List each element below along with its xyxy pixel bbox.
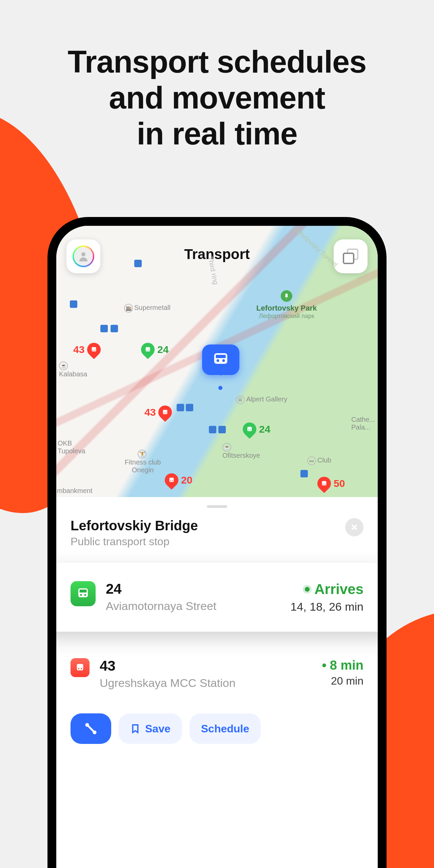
marketing-headline: Transport schedules and movement in real… [0, 0, 434, 152]
svg-rect-13 [170, 478, 174, 482]
selected-stop-dot [218, 386, 222, 390]
schedule-button[interactable]: Schedule [190, 713, 261, 744]
selected-stop-pin[interactable] [202, 344, 239, 375]
profile-button[interactable] [66, 239, 100, 273]
bottom-sheet[interactable]: Lefortovskiy Bridge Public transport sto… [56, 497, 378, 757]
map-canvas[interactable]: Transport Lefortovsky Park Лефортовский … [56, 226, 378, 497]
poi-onegin[interactable]: 🏋Fitness club Onegin [117, 450, 168, 474]
stop-subtitle: Public transport stop [71, 535, 198, 548]
svg-rect-10 [248, 427, 252, 431]
transit-stop-icon [134, 260, 142, 267]
svg-point-17 [323, 484, 324, 485]
svg-point-6 [148, 350, 149, 351]
close-button[interactable] [345, 518, 363, 536]
svg-point-20 [217, 359, 219, 362]
svg-point-29 [81, 668, 82, 669]
poi-okb[interactable]: OKB Tupoleva [58, 439, 98, 455]
headline-line-1: Transport schedules [0, 44, 434, 80]
svg-rect-24 [80, 590, 87, 593]
save-button[interactable]: Save [119, 713, 182, 744]
avatar-ring-icon [73, 245, 94, 267]
route-times: 14, 18, 26 min [291, 600, 363, 613]
bus-icon [144, 346, 152, 353]
route-marker-43-b[interactable]: 43 [144, 406, 172, 419]
bus-icon [71, 581, 96, 606]
tram-icon [161, 409, 169, 416]
route-number: 43 [100, 658, 312, 674]
sheet-grabber[interactable] [207, 505, 227, 508]
poi-alpert[interactable]: 🏛Alpert Gallery [236, 395, 287, 404]
tram-icon [90, 346, 98, 353]
tram-icon [71, 658, 90, 677]
svg-rect-7 [163, 410, 167, 414]
tram-icon [320, 480, 328, 487]
svg-rect-4 [146, 347, 150, 352]
transit-stop-icon [218, 426, 226, 433]
park-name-alt: Лефортовский парк [256, 313, 317, 320]
svg-point-25 [80, 594, 82, 596]
layers-icon [343, 249, 358, 264]
poi-ofitserskoye[interactable]: ☕Ofitserskoye [222, 443, 260, 459]
headline-line-3: in real time [0, 116, 434, 152]
route-marker-43-a[interactable]: 43 [73, 343, 101, 356]
route-card-24[interactable]: 24 Aviamotornaya Street Arrives 14, 18, … [56, 563, 378, 632]
phone-frame: Transport Lefortovsky Park Лефортовский … [47, 217, 387, 868]
svg-point-26 [84, 594, 86, 596]
tree-icon [281, 290, 292, 302]
close-icon [350, 523, 358, 531]
headline-line-2: and movement [0, 80, 434, 116]
transit-stop-icon [100, 325, 108, 332]
route-card-43[interactable]: 43 Ugreshskaya MCC Station 8 min 20 min [56, 643, 378, 705]
bookmark-icon [130, 724, 140, 734]
bus-stop-icon [211, 350, 231, 370]
route-icon [83, 721, 98, 736]
directions-button[interactable] [71, 713, 111, 744]
route-destination: Ugreshskaya MCC Station [100, 676, 312, 690]
svg-point-15 [172, 480, 173, 481]
transit-stop-icon [177, 404, 184, 411]
route-marker-20[interactable]: 20 [165, 473, 192, 487]
svg-point-11 [248, 430, 249, 431]
park-marker[interactable]: Lefortovsky Park Лефортовский парк [256, 290, 317, 320]
svg-point-18 [324, 484, 326, 485]
poi-mbankment: mbankment [57, 487, 93, 495]
phone-screen: Transport Lefortovsky Park Лефортовский … [56, 226, 378, 868]
poi-cathedral[interactable]: Cathe... Pala... [351, 416, 378, 431]
poi-tunnel: Lefortovsky Tunnel [292, 226, 339, 269]
svg-point-21 [222, 359, 225, 362]
poi-club[interactable]: 🛏Club [307, 456, 331, 465]
route-status: Arrives [291, 581, 363, 597]
route-marker-50[interactable]: 50 [317, 477, 345, 490]
transit-stop-icon [186, 404, 193, 411]
bus-icon [246, 426, 253, 433]
svg-point-28 [78, 668, 79, 669]
svg-point-0 [81, 252, 85, 256]
park-name: Lefortovsky Park [256, 304, 317, 313]
tram-icon [168, 476, 175, 484]
sheet-header: Lefortovskiy Bridge Public transport sto… [56, 518, 378, 551]
svg-rect-22 [216, 355, 226, 358]
route-destination: Aviamotornaya Street [106, 599, 280, 613]
stop-title: Lefortovskiy Bridge [71, 518, 198, 533]
route-number: 24 [106, 581, 280, 597]
transit-stop-icon [300, 470, 308, 477]
svg-rect-19 [214, 353, 228, 364]
action-row: Save Schedule [56, 705, 378, 744]
svg-rect-16 [322, 481, 327, 486]
live-dot-icon [305, 587, 310, 592]
map-mode-title: Transport [184, 246, 250, 262]
svg-point-12 [250, 430, 251, 431]
layers-button[interactable] [334, 239, 368, 273]
route-later-arrival: 20 min [322, 675, 363, 687]
poi-supermetall[interactable]: 🏬Supermetall [124, 304, 171, 313]
transit-stop-icon [70, 300, 77, 308]
transit-stop-icon [209, 426, 216, 433]
route-marker-24-a[interactable]: 24 [141, 343, 169, 356]
poi-kalabasa[interactable]: ☕Kalabasa [59, 361, 87, 378]
svg-point-14 [170, 480, 171, 481]
route-marker-24-b[interactable]: 24 [243, 422, 270, 436]
transit-stop-icon [111, 325, 118, 332]
svg-point-5 [146, 350, 147, 351]
route-next-arrival: 8 min [322, 658, 363, 673]
svg-rect-1 [92, 347, 96, 352]
